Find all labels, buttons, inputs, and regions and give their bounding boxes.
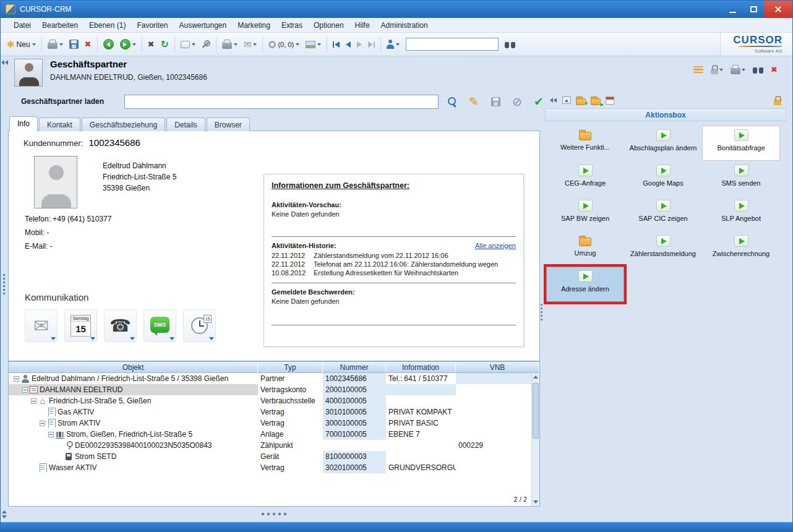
scrollbar-thumb[interactable]: [533, 383, 539, 439]
appointment-button[interactable]: 15: [183, 309, 216, 342]
calendar-view-button[interactable]: [606, 95, 614, 106]
tab-kontakt[interactable]: Kontakt: [39, 118, 80, 131]
tools-button[interactable]: [199, 38, 213, 51]
column-header-objekt[interactable]: Objekt: [9, 362, 258, 372]
table-scrollbar[interactable]: [531, 373, 539, 506]
calendar-button[interactable]: Samstag 15: [64, 309, 97, 342]
column-header-vnb[interactable]: VNB: [456, 362, 539, 372]
find-button[interactable]: [502, 39, 518, 50]
new-folder-button[interactable]: [576, 95, 586, 106]
action-zwischenrechnung[interactable]: Zwischenrechnung: [702, 231, 780, 267]
menu-ebenen[interactable]: Ebenen (1): [84, 19, 131, 32]
collapse-icon[interactable]: [48, 432, 54, 437]
menu-administration[interactable]: Administration: [375, 19, 434, 32]
first-record-button[interactable]: [330, 40, 342, 49]
run-folder-button[interactable]: [591, 95, 601, 106]
bottom-strip-arrows[interactable]: [2, 510, 7, 518]
collapse-icon[interactable]: [22, 387, 28, 393]
menu-extras[interactable]: Extras: [276, 19, 308, 32]
horizontal-splitter[interactable]: [8, 508, 540, 520]
edit-button[interactable]: [466, 93, 482, 109]
print-button[interactable]: [45, 38, 66, 51]
table-row[interactable]: Wasser AKTIV Vertrag 3020100005 GRUNDVER…: [9, 462, 539, 473]
back-button[interactable]: [101, 37, 116, 51]
save-button[interactable]: [67, 38, 81, 51]
close-record-button[interactable]: [145, 38, 157, 50]
action-adresse-aendern[interactable]: Adresse ändern: [546, 267, 624, 302]
collapse-icon[interactable]: [14, 376, 19, 382]
collapse-icon[interactable]: [40, 421, 45, 426]
column-header-typ[interactable]: Typ: [258, 362, 323, 372]
close-partner-button[interactable]: [771, 66, 778, 74]
left-collapse-strip[interactable]: [1, 56, 7, 522]
action-ceg-anfrage[interactable]: CEG-Anfrage: [546, 161, 624, 196]
search-button[interactable]: [444, 93, 460, 109]
menu-bearbeiten[interactable]: Bearbeiten: [36, 19, 84, 32]
maximize-button[interactable]: [743, 1, 764, 18]
lock-record-button[interactable]: [711, 65, 723, 74]
menu-favoriten[interactable]: Favoriten: [131, 19, 173, 32]
collapse-icon[interactable]: [31, 398, 36, 404]
action-sms-senden[interactable]: SMS senden: [702, 161, 780, 196]
action-sap-bw-zeigen[interactable]: SAP BW zeigen: [546, 196, 624, 231]
action-slp-angebot[interactable]: SLP Angebot: [702, 196, 780, 231]
action-google-maps[interactable]: Google Maps: [624, 161, 702, 196]
menu-datei[interactable]: Datei: [8, 19, 36, 32]
refresh-button[interactable]: [158, 38, 171, 51]
partner-search-input[interactable]: [124, 95, 439, 109]
header-find-button[interactable]: [753, 66, 763, 74]
table-row[interactable]: Strom AKTIV Vertrag 3000100005 PRIVAT BA…: [9, 418, 539, 429]
action-bonitaetsabfrage[interactable]: Bonitätsabfrage: [702, 126, 780, 161]
phone-button[interactable]: [104, 309, 137, 342]
print-preview-button[interactable]: [220, 38, 240, 51]
menu-hilfe[interactable]: Hilfe: [349, 19, 375, 32]
menu-marketing[interactable]: Marketing: [232, 19, 276, 32]
vertical-splitter[interactable]: [541, 304, 542, 320]
splitter-handle[interactable]: [3, 274, 5, 294]
table-row[interactable]: Friedrich-List-Straße 5, Gießen Verbrauc…: [9, 395, 539, 406]
last-record-button[interactable]: [366, 40, 377, 49]
minimize-button[interactable]: [722, 1, 743, 18]
sms-button[interactable]: SMS: [144, 309, 176, 342]
table-row[interactable]: Strom, Gießen, Friedrich-List-Straße 5 A…: [9, 429, 539, 440]
send-mail-button[interactable]: [241, 38, 260, 51]
selection-counter-button[interactable]: (0, 0): [266, 39, 302, 50]
table-row[interactable]: Edeltrud Dahlmann / Friedrich-List-Straß…: [9, 373, 539, 384]
new-button[interactable]: Neu: [4, 38, 38, 51]
person-search-button[interactable]: [384, 38, 402, 51]
next-record-button[interactable]: [354, 40, 364, 49]
window-view-button[interactable]: [178, 39, 198, 50]
column-header-information[interactable]: Information: [386, 362, 456, 372]
column-header-nummer[interactable]: Nummer: [323, 362, 386, 372]
action-weitere-funktionen[interactable]: Weitere Funkti...: [546, 126, 624, 161]
export-button[interactable]: [303, 39, 324, 50]
menu-optionen[interactable]: Optionen: [308, 19, 349, 32]
forward-button[interactable]: [118, 37, 139, 51]
email-button[interactable]: [25, 309, 58, 342]
menu-auswertungen[interactable]: Auswertungen: [173, 19, 232, 32]
tab-info[interactable]: Info: [9, 116, 38, 131]
action-sap-cic-zeigen[interactable]: SAP CIC zeigen: [624, 196, 702, 231]
cancel-button[interactable]: [509, 93, 525, 109]
scroll-up-icon[interactable]: [533, 375, 538, 379]
table-row-selected[interactable]: DAHLMANN EDELTRUD Vertragskonto 20001000…: [9, 384, 539, 395]
tab-geschaeftsbeziehung[interactable]: Geschäftsbeziehung: [82, 118, 165, 131]
delete-button[interactable]: [82, 38, 94, 50]
collapse-panel-button[interactable]: [550, 95, 557, 106]
dock-panel-button[interactable]: [562, 95, 571, 106]
action-zaehlerstandsmeldung[interactable]: Zählerstandsmeldung: [624, 231, 702, 267]
tab-browser[interactable]: Browser: [207, 118, 250, 131]
table-row[interactable]: Gas AKTIV Vertrag 3010100005 PRIVAT KOMP…: [9, 406, 539, 418]
table-row[interactable]: DE00022935398400100023N5035O0843 Zählpun…: [9, 440, 539, 451]
pin-panel-button[interactable]: [774, 95, 781, 106]
tab-details[interactable]: Details: [166, 118, 205, 131]
action-abschlagsplan-aendern[interactable]: Abschlagsplan ändern: [624, 126, 702, 161]
previous-record-button[interactable]: [343, 40, 353, 49]
toolbar-search-input[interactable]: [406, 38, 499, 51]
action-umzug[interactable]: Umzug: [546, 231, 624, 267]
save-record-button[interactable]: [487, 93, 504, 109]
menu-icon[interactable]: [693, 66, 703, 74]
header-print-button[interactable]: [731, 65, 745, 74]
scroll-down-icon[interactable]: [533, 500, 538, 504]
table-row[interactable]: Strom SETD Gerät 8100000003: [9, 451, 539, 462]
